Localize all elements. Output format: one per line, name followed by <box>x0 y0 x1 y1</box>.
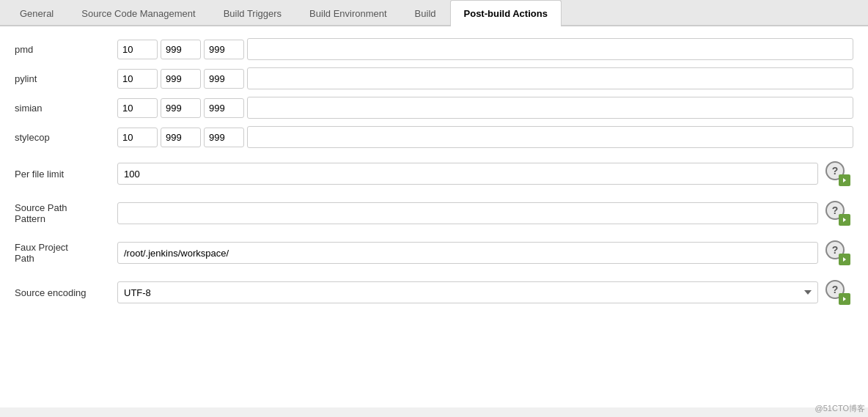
pylint-label: pylint <box>15 73 117 84</box>
per-file-limit-fields <box>117 163 818 185</box>
pmd-fields <box>117 38 853 60</box>
source-encoding-fields: UTF-8 UTF-16 ISO-8859-1 Windows-1252 <box>117 281 818 303</box>
pmd-label: pmd <box>15 44 117 55</box>
source-encoding-row: Source encoding UTF-8 UTF-16 ISO-8859-1 … <box>15 278 853 306</box>
stylecop-fields <box>117 126 853 148</box>
pylint-fields: pylint.xml <box>117 67 853 89</box>
source-encoding-label: Source encoding <box>15 287 117 298</box>
simian-field-2[interactable] <box>161 98 201 118</box>
pylint-field-3[interactable] <box>204 69 244 89</box>
tab-build[interactable]: Build <box>401 0 450 26</box>
faux-project-path-help[interactable]: ? <box>825 239 853 267</box>
faux-project-path-input[interactable] <box>117 242 818 264</box>
pylint-row: pylint pylint.xml <box>15 67 853 89</box>
source-path-label-line1: Source Path <box>15 202 110 213</box>
simian-row: simian <box>15 97 853 119</box>
help-arrow-source-path <box>839 214 850 226</box>
stylecop-field-1[interactable] <box>117 128 158 147</box>
pmd-row: pmd <box>15 38 853 60</box>
pylint-field-2[interactable] <box>161 69 201 89</box>
simian-field-1[interactable] <box>117 98 158 118</box>
pmd-field-1[interactable] <box>117 40 158 59</box>
pmd-field-4[interactable] <box>247 38 853 60</box>
pylint-field-4[interactable]: pylint.xml <box>247 67 853 89</box>
faux-project-label-line1: Faux Project <box>15 242 110 253</box>
source-path-pattern-label: Source Path Pattern <box>15 202 117 224</box>
per-file-limit-input[interactable] <box>117 163 818 185</box>
tab-build-environment[interactable]: Build Environment <box>295 0 401 26</box>
source-encoding-select[interactable]: UTF-8 UTF-16 ISO-8859-1 Windows-1252 <box>117 281 818 303</box>
stylecop-row: stylecop <box>15 126 853 148</box>
help-arrow-source-encoding <box>839 293 850 305</box>
source-path-pattern-help[interactable]: ? <box>825 199 853 227</box>
tab-post-build-actions[interactable]: Post-build Actions <box>450 0 562 26</box>
help-icon-source-encoding[interactable]: ? <box>825 280 850 305</box>
tab-build-triggers[interactable]: Build Triggers <box>210 0 295 26</box>
help-icon-faux-project[interactable]: ? <box>825 240 850 265</box>
help-arrow-faux-project <box>839 254 850 265</box>
simian-field-4[interactable] <box>247 97 853 119</box>
pmd-field-2[interactable] <box>161 40 201 59</box>
faux-project-path-row: Faux Project Path ? <box>15 239 853 267</box>
per-file-limit-row: Per file limit ? <box>15 160 853 188</box>
watermark: @51CTO博客 <box>815 403 865 407</box>
tab-source-code-management[interactable]: Source Code Management <box>67 0 209 26</box>
tab-bar: General Source Code Management Build Tri… <box>0 0 868 26</box>
simian-fields <box>117 97 853 119</box>
simian-label: simian <box>15 103 117 114</box>
stylecop-field-2[interactable] <box>161 128 201 147</box>
pmd-field-3[interactable] <box>204 40 244 59</box>
stylecop-field-4[interactable] <box>247 126 853 148</box>
faux-project-path-fields <box>117 242 818 264</box>
stylecop-field-3[interactable] <box>204 128 244 147</box>
faux-project-label-line2: Path <box>15 253 110 264</box>
help-icon-source-path[interactable]: ? <box>825 201 850 226</box>
per-file-limit-label: Per file limit <box>15 169 117 180</box>
help-arrow-per-file <box>839 174 850 186</box>
stylecop-label: stylecop <box>15 132 117 143</box>
main-content: pmd pylint pylint.xml simian stylecop <box>0 26 868 407</box>
pylint-field-1[interactable] <box>117 69 158 89</box>
faux-project-path-label: Faux Project Path <box>15 242 117 264</box>
help-icon-per-file[interactable]: ? <box>825 161 850 186</box>
source-path-pattern-fields <box>117 202 818 224</box>
source-path-label-line2: Pattern <box>15 213 110 224</box>
source-path-pattern-input[interactable] <box>117 202 818 224</box>
source-encoding-help[interactable]: ? <box>825 278 853 306</box>
source-path-pattern-row: Source Path Pattern ? <box>15 199 853 227</box>
tab-general[interactable]: General <box>6 0 67 26</box>
per-file-limit-help[interactable]: ? <box>825 160 853 188</box>
simian-field-3[interactable] <box>204 98 244 118</box>
